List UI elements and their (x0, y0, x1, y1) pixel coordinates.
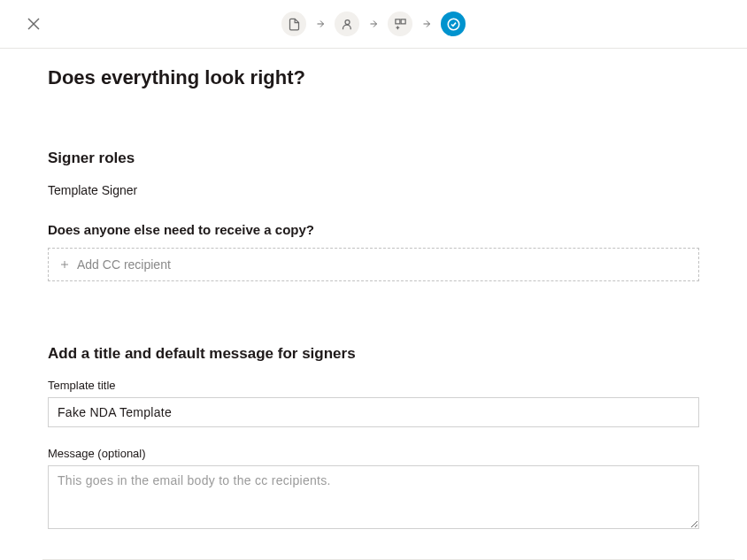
message-textarea[interactable] (48, 465, 699, 529)
document-icon (288, 18, 301, 31)
page-title: Does everything look right? (48, 66, 699, 89)
cc-placeholder: Add CC recipient (77, 257, 171, 272)
step-document[interactable] (281, 12, 306, 36)
stepper (281, 12, 466, 36)
arrow-icon (421, 19, 432, 29)
step-signers[interactable] (335, 12, 359, 36)
arrow-icon (368, 19, 379, 29)
svg-rect-5 (395, 19, 399, 23)
fields-icon (394, 18, 407, 31)
wizard-header (0, 0, 747, 49)
message-label: Message (optional) (48, 447, 699, 460)
template-title-input[interactable] (48, 397, 699, 427)
signer-role-item: Template Signer (48, 183, 699, 197)
step-fields[interactable] (388, 12, 412, 36)
check-circle-icon (447, 18, 460, 31)
step-review[interactable] (441, 12, 466, 36)
plus-icon (59, 259, 70, 270)
svg-rect-6 (401, 19, 405, 23)
template-title-label: Template title (48, 379, 699, 392)
person-icon (341, 18, 354, 31)
message-section-heading: Add a title and default message for sign… (48, 345, 699, 363)
close-icon (27, 17, 41, 31)
close-button[interactable] (27, 17, 41, 31)
cc-recipient-input[interactable]: Add CC recipient (48, 248, 699, 281)
signer-roles-heading: Signer roles (48, 150, 699, 167)
cc-heading: Does anyone else need to receive a copy? (48, 222, 699, 237)
arrow-icon (315, 19, 326, 29)
main-content: Does everything look right? Signer roles… (0, 49, 747, 533)
svg-point-3 (345, 19, 350, 24)
